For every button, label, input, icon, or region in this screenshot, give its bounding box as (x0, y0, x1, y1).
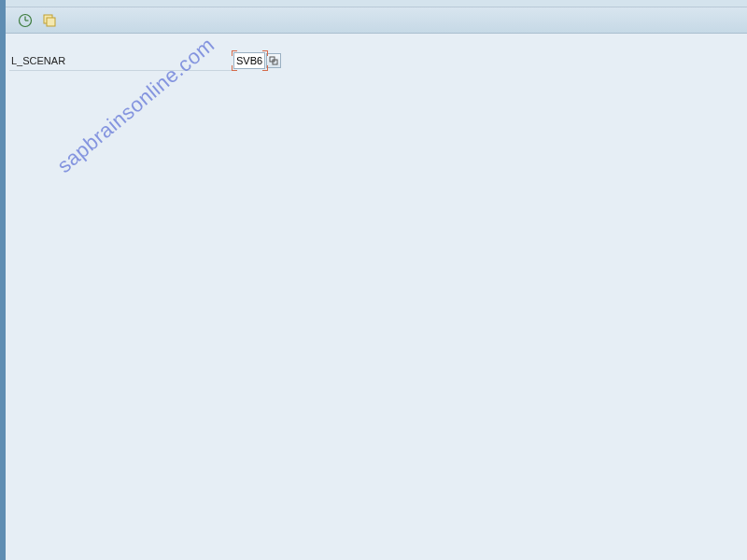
field-input-container (233, 52, 281, 69)
execute-button[interactable] (17, 12, 34, 29)
svg-rect-4 (47, 18, 55, 26)
focus-bracket (232, 50, 237, 56)
focus-bracket (262, 50, 268, 56)
field-label: L_SCENAR (9, 50, 233, 71)
topbar-strip (0, 0, 747, 7)
focus-bracket (262, 65, 268, 71)
window-left-border (0, 0, 6, 560)
scenario-input[interactable] (233, 52, 265, 69)
multiple-selection-icon (269, 56, 278, 65)
multiple-selection-button[interactable] (266, 53, 281, 68)
variant-icon (42, 13, 57, 28)
execute-icon (18, 13, 33, 28)
get-variant-button[interactable] (41, 12, 58, 29)
focus-bracket (232, 65, 237, 71)
toolbar (6, 7, 747, 34)
field-row: L_SCENAR (9, 50, 743, 71)
selection-screen: L_SCENAR (6, 34, 747, 560)
